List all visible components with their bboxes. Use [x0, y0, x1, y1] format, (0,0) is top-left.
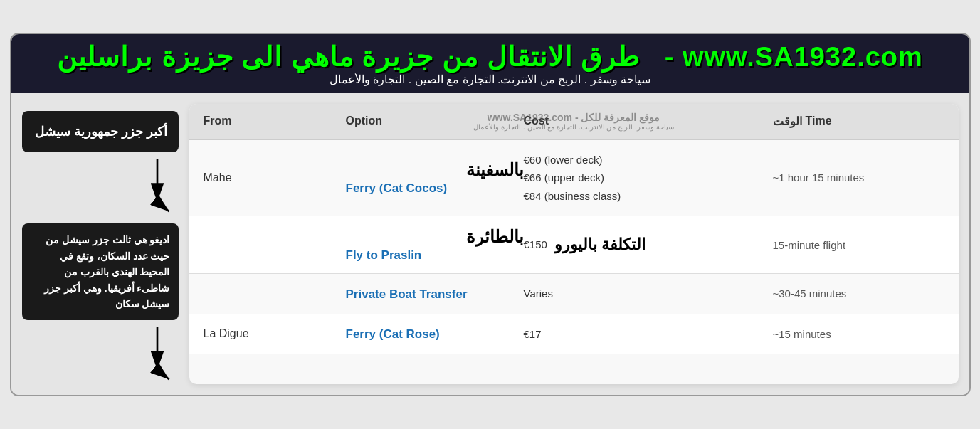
table-row: Private Boat Transfer Varies ~30-45 minu… [189, 274, 959, 314]
table-section: From Option Cost الوقت Time www.SA1932.c… [189, 104, 959, 385]
option-arabic-plane: بالطائرة [346, 227, 524, 247]
header-option: Option [346, 115, 524, 128]
cost-line2: €66 (upper deck) [524, 169, 773, 187]
cost-fly-value: €150 [524, 235, 547, 254]
arrow-2-icon [143, 327, 172, 384]
arrow-1-container [22, 159, 179, 216]
cell-option-ferry: بالسفينة Ferry (Cat Cocos) [346, 160, 524, 196]
header-time-english: Time [806, 115, 832, 127]
annotation-top: أكبر جزر جمهورية سيشل [22, 111, 179, 153]
subtitle: سياحة وسفر . الربح من الانترنت. التجارة … [26, 73, 955, 90]
main-title: www.SA1932.com - طرق الانتقال من جزيرة م… [26, 41, 955, 73]
cell-from-ladigue: La Digue [204, 327, 346, 340]
cell-cost-ferry: €60 (lower deck) €66 (upper deck) €84 (b… [524, 151, 773, 206]
main-container: www.SA1932.com - طرق الانتقال من جزيرة م… [10, 33, 971, 397]
cell-cost-fly: €150 التكلفة باليورو [524, 231, 773, 258]
table-row: بالطائرة Fly to Praslin €150 التكلفة بال… [189, 216, 959, 274]
cost-line3: €84 (business class) [524, 187, 773, 206]
cell-time-rose: ~15 minutes [773, 328, 951, 340]
header-cost: Cost [524, 115, 773, 128]
table-row: La Digue Ferry (Cat Rose) €17 ~15 minute… [189, 314, 959, 355]
annotation-top-text: أكبر جزر جمهورية سيشل [35, 125, 167, 139]
header-time: الوقت Time [773, 115, 951, 128]
cell-option-boat: Private Boat Transfer [346, 286, 524, 302]
website-text: www.SA1932.com - [665, 42, 923, 72]
content-area: أكبر جزر جمهورية سيشل ادیغو هي ثالث جزر … [11, 93, 969, 396]
header-from: From [204, 115, 346, 128]
cell-from-mahe: Mahe [204, 171, 346, 184]
header-time-arabic: الوقت [773, 115, 802, 128]
arrow-2-container [22, 327, 179, 384]
option-arabic-ferry: بالسفينة [346, 160, 524, 180]
cell-time-boat: ~30-45 minutes [773, 287, 951, 300]
option-link-boat[interactable]: Private Boat Transfer [346, 287, 524, 302]
main-title-text: طرق الانتقال من جزيرة ماهي الى جزيزة برا… [57, 42, 640, 72]
table-row: Mahe بالسفينة Ferry (Cat Cocos) €60 (low… [189, 140, 959, 217]
header-section: www.SA1932.com - طرق الانتقال من جزيرة م… [11, 34, 969, 93]
cell-time-ferry: ~1 hour 15 minutes [773, 171, 951, 184]
option-link-ferry[interactable]: Ferry (Cat Cocos) [346, 181, 524, 196]
cell-option-plane: بالطائرة Fly to Praslin [346, 227, 524, 263]
annotation-bottom: ادیغو هي ثالث جزر سيشل من حيث عدد السكان… [22, 223, 179, 320]
arrow-1-icon [143, 159, 172, 216]
cell-cost-boat: Varies [524, 285, 773, 303]
cell-cost-rose: €17 [524, 325, 773, 344]
left-annotations: أكبر جزر جمهورية سيشل ادیغو هي ثالث جزر … [22, 104, 179, 385]
table-header: From Option Cost الوقت Time www.SA1932.c… [189, 104, 959, 140]
option-link-rose[interactable]: Ferry (Cat Rose) [346, 327, 524, 341]
cost-line1: €60 (lower deck) [524, 151, 773, 169]
svg-line-2 [157, 202, 169, 211]
annotation-bottom-text: ادیغو هي ثالث جزر سيشل من حيث عدد السكان… [44, 234, 169, 309]
svg-line-5 [157, 370, 169, 379]
cell-option-rose: Ferry (Cat Rose) [346, 326, 524, 341]
cost-arabic-label: التكلفة باليورو [554, 231, 646, 258]
option-link-fly[interactable]: Fly to Praslin [346, 248, 524, 263]
cell-time-fly: 15-minute flight [773, 239, 951, 251]
